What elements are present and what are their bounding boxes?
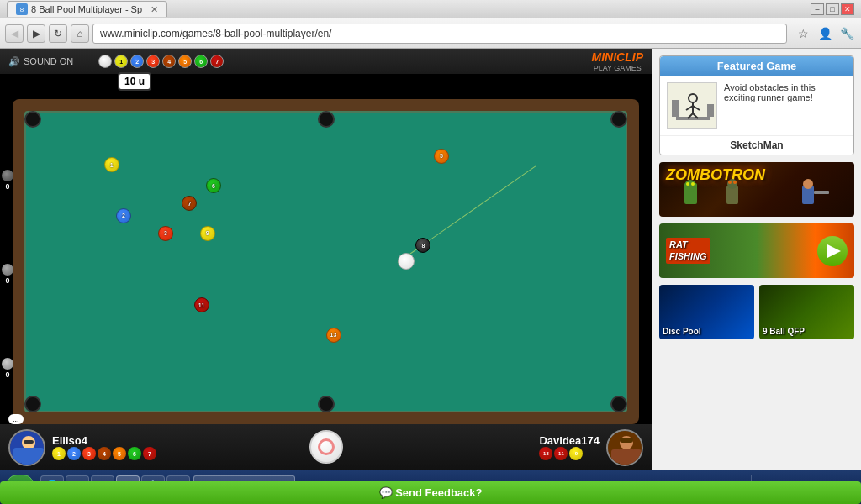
- browser-tab[interactable]: 8 8 Ball Pool Multiplayer - Sp ✕: [7, 1, 167, 17]
- ball-brown: 7: [182, 196, 197, 211]
- tab-close-button[interactable]: ✕: [151, 4, 158, 15]
- ball-7-selector[interactable]: 7: [210, 55, 224, 68]
- svg-point-28: [684, 180, 696, 192]
- minimize-button[interactable]: –: [811, 3, 824, 15]
- p-ball-13: 13: [539, 447, 552, 460]
- p-ball-9: 9: [569, 447, 583, 460]
- ball-green: 6: [206, 178, 221, 193]
- zombotron-characters: [659, 179, 854, 213]
- play-button[interactable]: [817, 236, 848, 266]
- ball-5-selector[interactable]: 5: [178, 55, 192, 68]
- player-right-avatar: [606, 429, 643, 466]
- disc-pool-label: Disc Pool: [663, 327, 701, 336]
- tab-favicon: 8: [16, 3, 28, 15]
- ball-6-selector[interactable]: 6: [194, 55, 208, 68]
- cue-ball-ring: [318, 438, 335, 455]
- score-ball-1: [2, 170, 13, 181]
- address-bar[interactable]: www.miniclip.com/games/8-ball-pool-multi…: [92, 24, 787, 44]
- ball-darkred: 11: [194, 297, 209, 312]
- rat-fishing-thumbnail[interactable]: RATFISHING: [659, 223, 854, 278]
- score-sidebar: 0 0 0: [0, 124, 15, 424]
- ball-blue: 2: [116, 208, 131, 223]
- player-left-avatar-container: ...: [8, 429, 45, 466]
- featured-content: Avoid obstacles in this exciting runner …: [660, 76, 853, 135]
- window-controls: – □ ✕: [811, 3, 854, 15]
- svg-rect-20: [707, 104, 714, 117]
- wrench-icon[interactable]: 🔧: [837, 24, 856, 43]
- timer-badge: 10 u: [118, 72, 151, 91]
- player-right-info: Davidea174 13 11 9: [539, 434, 600, 460]
- svg-point-30: [691, 182, 695, 186]
- nine-ball-thumbnail[interactable]: 9 Ball QFP: [759, 285, 854, 339]
- ball-selector[interactable]: 1 2 3 4 5 6 7: [98, 55, 224, 68]
- cue-ball-display: [309, 430, 343, 464]
- score-num-3: 0: [5, 370, 9, 379]
- svg-rect-7: [29, 465, 34, 466]
- ball-2-selector[interactable]: 2: [130, 55, 144, 68]
- score-ball-2: [2, 264, 13, 276]
- svg-point-32: [803, 179, 813, 189]
- forward-button[interactable]: ▶: [27, 24, 45, 43]
- pool-table[interactable]: 1 5 8 2 3 9 7 6 11 13: [24, 111, 627, 412]
- featured-description: Avoid obstacles in this exciting runner …: [724, 82, 847, 129]
- zombotron-thumbnail[interactable]: ZOMBOTRON: [659, 162, 854, 217]
- svg-rect-14: [621, 465, 626, 466]
- svg-rect-10: [620, 438, 633, 443]
- game-area: 🔊 SOUND ON 1 2 3 4 5 6 7 MINICLIP PLAY G…: [0, 49, 652, 470]
- disc-pool-thumbnail[interactable]: Disc Pool: [659, 285, 754, 339]
- ball-yellow2: 9: [200, 226, 215, 241]
- pocket-bottom-right: [610, 396, 627, 412]
- player-right: Davidea174 13 11 9: [539, 429, 643, 466]
- player-right-name: Davidea174: [539, 434, 600, 447]
- featured-thumbnail[interactable]: [667, 82, 717, 129]
- ball-yellow: 1: [104, 157, 119, 172]
- pocket-top-right: [610, 111, 627, 128]
- svg-rect-19: [672, 100, 679, 117]
- home-button[interactable]: ⌂: [71, 24, 89, 43]
- rat-fishing-text: RATFISHING: [666, 238, 710, 263]
- ball-red: 3: [158, 226, 173, 241]
- svg-point-36: [728, 181, 732, 184]
- center-cue-ball: [309, 430, 343, 464]
- nine-ball-label: 9 Ball QFP: [763, 327, 805, 336]
- player-left-balls: 1 2 3 4 5 6 7: [52, 447, 156, 460]
- chat-bubble-left: ...: [8, 414, 24, 424]
- close-button[interactable]: ✕: [841, 3, 854, 15]
- play-arrow-icon: [827, 244, 841, 258]
- ball-3-selector[interactable]: 3: [146, 55, 160, 68]
- pocket-bottom-left: [24, 396, 41, 412]
- main-content: 🔊 SOUND ON 1 2 3 4 5 6 7 MINICLIP PLAY G…: [0, 49, 861, 470]
- miniclip-text: MINICLIP: [592, 50, 643, 64]
- rat-fishing-container: RATFISHING: [659, 223, 854, 278]
- ball-striped-orange: 5: [434, 149, 449, 164]
- player-bar: ...: [0, 424, 652, 470]
- svg-point-37: [733, 181, 737, 184]
- browser-toolbar: ◀ ▶ ↻ ⌂ www.miniclip.com/games/8-ball-po…: [0, 18, 861, 49]
- featured-name[interactable]: SketchMan: [660, 135, 853, 155]
- svg-rect-13: [620, 449, 633, 465]
- cue-ball: [398, 253, 415, 270]
- p-ball-1: 1: [52, 447, 66, 460]
- maximize-button[interactable]: □: [826, 3, 839, 15]
- sketchman-image: [668, 83, 717, 129]
- score-ball-3: [2, 358, 13, 370]
- pocket-bottom-middle: [318, 396, 335, 412]
- star-icon[interactable]: ☆: [794, 24, 812, 43]
- miniclip-logo: MINICLIP PLAY GAMES: [592, 50, 643, 72]
- cue-ball-selector[interactable]: [98, 55, 112, 68]
- player-left-avatar: [8, 429, 45, 466]
- score-item-1: 0: [2, 170, 13, 191]
- pool-table-container: 1 5 8 2 3 9 7 6 11 13: [13, 99, 639, 424]
- toolbar-icons: ☆ 👤 🔧: [794, 24, 856, 43]
- score-item-2: 0: [2, 264, 13, 285]
- ball-1-selector[interactable]: 1: [114, 55, 128, 68]
- refresh-button[interactable]: ↻: [49, 24, 67, 43]
- sound-button[interactable]: 🔊 SOUND ON: [8, 56, 73, 67]
- ball-4-selector[interactable]: 4: [162, 55, 176, 68]
- player-left-name: Elliso4: [52, 434, 156, 447]
- svg-rect-6: [24, 465, 28, 466]
- svg-point-35: [727, 179, 737, 189]
- person-icon[interactable]: 👤: [816, 24, 834, 43]
- back-button[interactable]: ◀: [5, 24, 24, 43]
- player-left-info: Elliso4 1 2 3 4 5 6 7: [52, 434, 156, 460]
